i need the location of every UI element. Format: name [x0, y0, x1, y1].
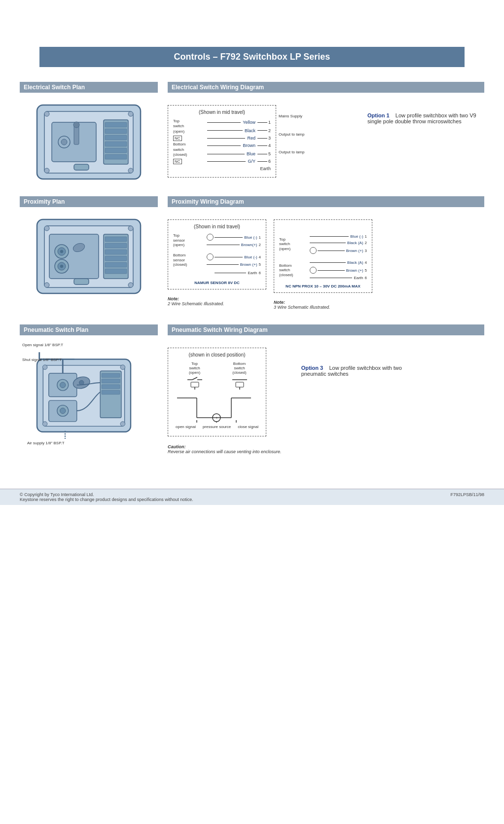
pneumatic-plan-header: Pneumatic Switch Plan [20, 324, 158, 335]
prox-num-1: 1 [259, 235, 261, 240]
3wire-num-5: 5 [365, 268, 367, 273]
3wire-brown-2: Brown (+) [346, 268, 363, 273]
svg-rect-62 [102, 385, 120, 389]
prox-wire-brown-2: Brown (+) [240, 262, 257, 267]
svg-point-8 [73, 122, 79, 128]
svg-point-22 [128, 226, 133, 231]
svg-rect-37 [105, 256, 127, 261]
output-lamp-2-label: Output to lamp [279, 149, 313, 155]
svg-point-2 [44, 111, 49, 116]
nc-label-1: NC [173, 135, 206, 141]
pressure-source-pneu: pressure source [203, 425, 231, 429]
svg-rect-38 [105, 262, 127, 267]
svg-rect-35 [105, 243, 127, 248]
note-3wire-text: 3 Wire Schematic Illustrated. [274, 305, 330, 310]
elec-wiring-subtitle: (Shown in mid travel) [172, 109, 272, 115]
proximity-plan-header: Proximity Plan [20, 196, 158, 207]
svg-point-24 [128, 283, 133, 287]
top-sensor-label: Topsensor(open) [173, 233, 206, 248]
svg-point-58 [60, 408, 66, 413]
prox-wire-brown-1: Brown(+) [241, 243, 257, 247]
svg-point-4 [44, 168, 49, 173]
electrical-wiring-header: Electrical Switch Wiring Diagram [168, 82, 484, 93]
svg-rect-10 [105, 122, 127, 127]
svg-point-43 [42, 365, 47, 370]
pneu-top-switch: Topswitch(open) [178, 361, 212, 375]
svg-point-46 [120, 422, 125, 427]
earth-label: Earth [260, 166, 271, 171]
svg-rect-34 [105, 237, 127, 242]
prox-num-4: 4 [259, 255, 261, 259]
option3-label: Option 3 [301, 365, 324, 371]
wire-blue: Blue [247, 151, 255, 156]
open-signal-label: Open signal 1/8" BSP.T [22, 343, 63, 348]
3wire-num-4: 4 [365, 260, 367, 265]
prox-2wire-subtitle: (Shown in mid travel) [172, 224, 262, 229]
mains-supply-label: Mains Supply [279, 113, 313, 119]
3wire-num-6: 6 [365, 276, 367, 280]
svg-rect-14 [105, 148, 127, 153]
wire-num-6: 6 [268, 159, 271, 164]
svg-point-44 [120, 365, 125, 370]
pneumatic-wiring-header: Pneumatic Switch Wiring Diagram [168, 324, 484, 335]
svg-rect-40 [74, 279, 89, 285]
proximity-device-illustration [32, 212, 145, 296]
svg-rect-68 [191, 382, 199, 387]
svg-point-5 [128, 168, 133, 173]
svg-rect-39 [105, 269, 127, 274]
option1-label: Option 1 [367, 112, 390, 118]
nc-npn-label: NC NPN PROX 10 – 30V DC 200mA MAX [278, 284, 368, 288]
svg-rect-11 [105, 129, 127, 134]
namur-sensor-label: NAMUR SENSOR 8V DC [172, 281, 262, 285]
electrical-device-illustration [32, 98, 145, 181]
prox-num-5: 5 [259, 262, 261, 267]
3wire-num-2: 2 [365, 241, 367, 245]
bottom-switch-3wire-label: Bottomswitch(closed) [279, 260, 309, 281]
electrical-plan-header: Electrical Switch Plan [20, 82, 158, 93]
prox-num-6a: 6 [259, 271, 261, 275]
svg-rect-36 [105, 250, 127, 254]
svg-rect-13 [105, 142, 127, 146]
3wire-black-a-2: Black (A) [347, 260, 363, 265]
wire-black: Black [245, 128, 255, 133]
svg-rect-15 [105, 154, 127, 159]
svg-rect-61 [102, 379, 120, 383]
3wire-brown-1: Brown (+) [346, 249, 363, 253]
page-title: Controls – F792 Switchbox LP Series [39, 47, 465, 67]
wire-num-5: 5 [268, 151, 271, 156]
3wire-black-a-1: Black (A) [347, 241, 363, 245]
wire-yellow: Yellow [243, 120, 255, 125]
wire-brown: Brown [243, 143, 255, 148]
air-supply-label: Air supply 1/8" BSP.T [27, 441, 158, 446]
bottom-switch-label: Bottomswitch(closed) [173, 142, 206, 157]
proximity-wiring-header: Proximity Wiring Diagram [168, 196, 484, 207]
prox-num-2: 2 [259, 243, 261, 247]
3wire-num-1: 1 [365, 234, 367, 239]
wire-gy: G/Y [248, 159, 255, 164]
svg-point-31 [60, 265, 63, 268]
wire-num-1: 1 [268, 120, 271, 125]
3wire-earth: Earth [354, 276, 363, 280]
top-switch-3wire-label: Topswitch(open) [279, 234, 309, 254]
svg-point-21 [44, 226, 49, 231]
note-3wire-label: Note: [274, 300, 285, 305]
svg-rect-16 [74, 164, 89, 170]
prox-wire-blue-2: Blue (-) [244, 255, 257, 259]
footer-notice: Keystone reserves the right to change pr… [20, 497, 193, 502]
top-switch-label: Topswitch(open) [173, 119, 206, 134]
footer: © Copyright by Tyco International Ltd. K… [0, 489, 504, 505]
svg-point-23 [44, 283, 49, 287]
caution-text: Reverse air connections will cause venti… [168, 449, 282, 454]
svg-point-18 [61, 139, 67, 145]
footer-doc-ref: F792LPSB/11/98 [450, 492, 484, 502]
open-signal-pneu: open signal [176, 425, 196, 429]
close-signal-pneu: close signal [238, 425, 258, 429]
prox-earth-1: Earth [248, 271, 257, 275]
svg-rect-12 [105, 135, 127, 140]
svg-point-3 [128, 111, 133, 116]
wire-num-2: 2 [268, 128, 271, 133]
pneu-bottom-switch: Bottomswitch(closed) [222, 361, 257, 375]
output-lamp-1-label: Output to lamp [279, 132, 313, 137]
bottom-sensor-label: Bottomsensor(closed) [173, 253, 206, 267]
svg-point-28 [60, 250, 63, 253]
